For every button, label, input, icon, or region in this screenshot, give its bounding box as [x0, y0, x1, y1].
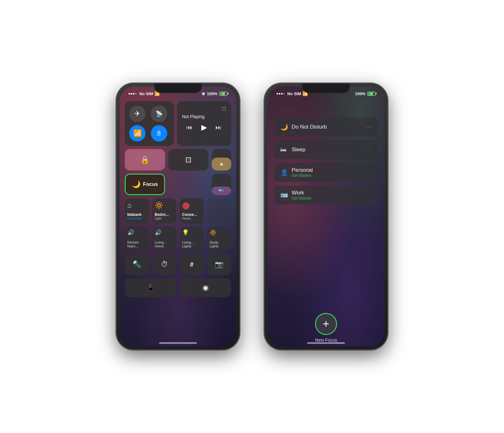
work-icon: 🪪 — [280, 191, 292, 199]
kitchen-label: Kitchen Naim... — [127, 240, 139, 248]
sleep-item[interactable]: 🛏 Sleep ··· — [274, 140, 378, 159]
small-controls-group: 🔒 ⊡ 🌙 Focus — [125, 149, 209, 195]
home-info: Idabank Favourites — [127, 212, 142, 220]
lamp-icon: 🔆 — [155, 201, 163, 210]
dot2 — [131, 93, 132, 95]
location-icon: ⊕ — [202, 91, 205, 96]
status-left-2: No SIM 📶 — [277, 91, 308, 96]
home-sub: Favourites — [127, 217, 142, 220]
console-home-button[interactable]: ⬤ Conse... Home... — [180, 198, 204, 223]
bedroom-sub: Light — [155, 217, 169, 220]
home-favourites-button[interactable]: ⌂ Idabank Favourites — [125, 198, 149, 223]
connectivity-panel: ✈ 📡 📶 𝔹 — [125, 101, 174, 146]
phone-2: No SIM 📶 100% ⚡ 🌙 Do Not Disturb ··· — [265, 84, 387, 349]
study-lights-scene-button[interactable]: 🔆 Study Lights — [207, 227, 231, 251]
timer-button[interactable]: ⏱ — [152, 254, 176, 275]
speaker-icon: 🔊 — [127, 229, 134, 236]
personal-text: Personal Get Started — [292, 167, 372, 178]
rewind-button[interactable]: ⏮ — [186, 124, 192, 131]
console-title: Conse... — [182, 212, 197, 217]
focus-button[interactable]: 🌙 Focus — [125, 174, 165, 195]
dot2-2 — [279, 93, 280, 95]
screen-mirror-button[interactable]: ⊡ — [168, 149, 209, 170]
bolt-icon-2: ⚡ — [369, 92, 373, 95]
new-focus-container: + New Focus — [274, 313, 378, 343]
airplane-mode-button[interactable]: ✈ — [129, 106, 146, 122]
study-lamp-icon: 🔆 — [209, 229, 216, 236]
bedroom-title: Bedro... — [155, 212, 169, 217]
battery-tip — [228, 93, 228, 95]
focus-outer: 🌙 Focus — [125, 174, 165, 195]
cc-scene-row: 🔊 Kitchen Naim... 🔊 Living... Home. 💡 — [125, 227, 231, 251]
status-left: No SIM 📶 — [129, 91, 160, 96]
kitchen-scene-button[interactable]: 🔊 Kitchen Naim... — [125, 227, 149, 251]
dot3 — [133, 93, 135, 95]
volume-slider[interactable]: 🔈 — [212, 174, 231, 195]
calculator-icon: # — [190, 261, 193, 268]
focus-moon-icon: 🌙 — [132, 180, 140, 188]
sliders-group: ☀ 🔈 — [212, 149, 231, 195]
work-item[interactable]: 🪪 Work Get Started — [274, 186, 378, 205]
dot4 — [135, 93, 137, 95]
bluetooth-button[interactable]: 𝔹 — [151, 125, 167, 141]
sleep-more-icon[interactable]: ··· — [365, 147, 372, 153]
dnd-more-icon[interactable]: ··· — [365, 124, 372, 130]
focus-spacer — [274, 208, 378, 313]
dnd-icon: 🌙 — [280, 123, 292, 131]
home-indicator-2 — [307, 342, 345, 344]
flashlight-button[interactable]: 🔦 — [125, 254, 149, 275]
console-sub: Home... — [182, 217, 197, 220]
battery-pct-2: 100% — [355, 91, 365, 96]
cc-tools-row: 🔦 ⏱ # 📷 — [125, 254, 231, 275]
empty-home-button[interactable] — [207, 198, 231, 223]
home-circle-icon: ◉ — [203, 284, 209, 292]
phone-1: No SIM 📶 ⊕ 100% ⚡ ✈ 📡 📶 — [117, 84, 239, 349]
living-home-scene-button[interactable]: 🔊 Living... Home. — [152, 227, 176, 251]
living-lamp-icon: 💡 — [182, 229, 189, 236]
lock-icon: 🔒 — [140, 155, 150, 164]
home-icon: ⌂ — [127, 201, 131, 210]
play-button[interactable]: ▶ — [201, 123, 207, 132]
media-panel: ⬡ Not Playing ⏮ ▶ ⏭ — [177, 101, 231, 146]
personal-item[interactable]: 👤 Personal Get Started — [274, 163, 378, 182]
carrier-label: No SIM — [139, 91, 153, 96]
cc-content: ✈ 📡 📶 𝔹 ⬡ Not Playing ⏮ ▶ ⏭ — [120, 99, 236, 300]
brightness-icon: ☀ — [219, 161, 224, 168]
screen-lock-button[interactable]: 🔒 — [125, 149, 165, 170]
media-top: ⬡ — [182, 106, 226, 112]
console-info: Conse... Home... — [182, 212, 197, 220]
living-speaker-icon: 🔊 — [155, 229, 162, 236]
home-circle-button[interactable]: ◉ — [180, 278, 231, 297]
living-lights-scene-button[interactable]: 💡 Living... Lights — [180, 227, 204, 251]
battery-tip-2 — [376, 93, 376, 95]
dot3-2 — [281, 93, 283, 95]
study-lights-label: Study Lights — [209, 240, 219, 248]
notch-2 — [302, 84, 350, 93]
wifi-button[interactable]: 📶 — [129, 125, 146, 141]
cellular-button[interactable]: 📡 — [151, 106, 167, 122]
camera-icon: 📷 — [215, 260, 223, 268]
calculator-button[interactable]: # — [180, 254, 204, 275]
brightness-slider[interactable]: ☀ — [212, 149, 231, 170]
living-lights-label: Living... Lights — [182, 240, 194, 248]
forward-button[interactable]: ⏭ — [215, 124, 222, 131]
do-not-disturb-item[interactable]: 🌙 Do Not Disturb ··· — [274, 118, 378, 136]
bedroom-light-button[interactable]: 🔆 Bedro... Light — [152, 198, 176, 223]
new-focus-button[interactable]: + — [315, 313, 337, 335]
dot1-2 — [277, 93, 278, 95]
bolt-icon: ⚡ — [221, 92, 225, 95]
work-title: Work — [292, 190, 372, 196]
dot4-2 — [283, 93, 285, 95]
status-right-2: 100% ⚡ — [355, 91, 375, 96]
screen-2: No SIM 📶 100% ⚡ 🌙 Do Not Disturb ··· — [268, 87, 384, 346]
camera-button[interactable]: 📷 — [207, 254, 231, 275]
living-home-label: Living... Home. — [155, 240, 167, 248]
dnd-title: Do Not Disturb — [292, 124, 365, 130]
cc-top-row: ✈ 📡 📶 𝔹 ⬡ Not Playing ⏮ ▶ ⏭ — [125, 101, 231, 146]
media-title: Not Playing — [182, 114, 226, 119]
sleep-text: Sleep — [292, 147, 365, 153]
battery-icon: ⚡ — [219, 92, 227, 96]
airplay-icon[interactable]: ⬡ — [222, 106, 226, 112]
work-text: Work Get Started — [292, 190, 372, 200]
remote-button[interactable]: 📱 — [125, 278, 176, 297]
